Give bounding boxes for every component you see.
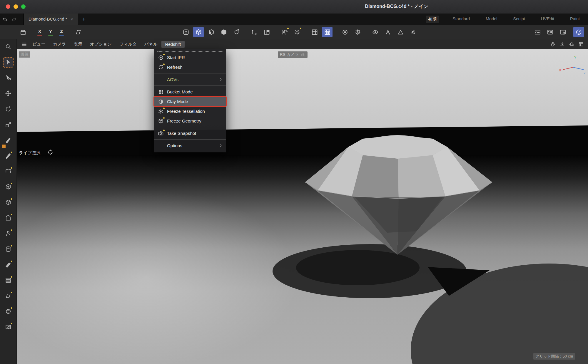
scale-tool-button[interactable] xyxy=(3,120,13,130)
texture-mode-button[interactable] xyxy=(206,27,216,37)
hatch-tool-button[interactable] xyxy=(3,322,13,332)
minimize-window-button[interactable] xyxy=(14,4,18,9)
redshift-menu-item-bucket-mode[interactable]: Bucket Mode xyxy=(154,87,226,97)
axis-lock-y[interactable]: Y xyxy=(46,27,55,37)
menu-tearoff-strip[interactable] xyxy=(157,51,223,52)
split-icon xyxy=(263,29,270,36)
menubar-item-item-4[interactable]: フィルタ xyxy=(116,40,141,48)
redshift-menu-item-options[interactable]: Options xyxy=(154,141,226,150)
content-box-button[interactable] xyxy=(18,27,28,37)
color-swatch[interactable] xyxy=(2,144,6,148)
gearslider-icon xyxy=(294,29,300,36)
simulate-button[interactable] xyxy=(279,27,290,37)
menubar-item-item-1[interactable]: カメラ xyxy=(49,40,70,48)
safe-frame-button[interactable] xyxy=(181,27,191,37)
pen-tool-button[interactable] xyxy=(3,135,13,145)
layout-sculpt[interactable]: Sculpt xyxy=(511,16,527,23)
orbit-camera-button[interactable] xyxy=(568,40,576,48)
redshift-menu-item-aovs[interactable]: AOVs xyxy=(154,75,226,84)
redshift-menu-item-clay-mode[interactable]: Clay Mode xyxy=(154,97,226,106)
layout-uvedit[interactable]: UVEdit xyxy=(539,16,557,23)
menubar-item-item-5[interactable]: パネル xyxy=(141,40,161,48)
render-view-button[interactable] xyxy=(532,27,543,37)
annotation-button[interactable] xyxy=(382,27,393,37)
redshift-menu-item-freeze-tessellation[interactable]: Freeze Tessellation xyxy=(154,106,226,116)
select-tool-button[interactable] xyxy=(3,73,13,83)
model-mode-button[interactable] xyxy=(193,27,204,37)
redshift-menu-item-freeze-geometry[interactable]: Freeze Geometry xyxy=(154,116,226,126)
redo-button[interactable] xyxy=(9,14,19,25)
pan-hand-button[interactable] xyxy=(549,40,557,48)
knife-tool-button[interactable] xyxy=(3,260,13,270)
target-mode-button[interactable] xyxy=(340,27,350,37)
cubearrow-icon xyxy=(233,29,240,36)
undo-button[interactable] xyxy=(0,14,9,25)
tab-close-button[interactable]: × xyxy=(71,17,73,22)
animation-mode-button[interactable] xyxy=(231,27,242,37)
grid-toggle-button[interactable] xyxy=(309,27,320,37)
document-tab[interactable]: Diamond-BCG.c4d * × xyxy=(24,14,78,25)
submenu-dot xyxy=(11,292,12,293)
viewport-menubar: ビューカメラ表示オプションフィルタパネルRedshift xyxy=(17,39,588,49)
render-settings-button[interactable] xyxy=(557,27,568,37)
axis-lock-z[interactable]: Z xyxy=(57,27,66,37)
smiley-account-button[interactable] xyxy=(573,27,584,37)
layout-model[interactable]: Model xyxy=(483,16,500,23)
renderview-icon xyxy=(534,29,541,36)
sketch-tool-button[interactable] xyxy=(3,151,13,161)
workplane-button[interactable] xyxy=(73,27,83,37)
menu-separator xyxy=(154,127,226,127)
arch-tool-button[interactable] xyxy=(3,213,13,223)
redshift-menu-item-take-snapshot[interactable]: Take Snapshot xyxy=(154,128,226,138)
gridsnap-icon xyxy=(324,29,331,36)
rect-select-button[interactable] xyxy=(3,166,13,176)
level-of-detail-button[interactable] xyxy=(395,27,406,37)
tri-icon xyxy=(397,29,404,36)
menu-item-label: Freeze Geometry xyxy=(167,118,201,123)
axis-modify-button[interactable] xyxy=(249,27,259,37)
traffic-lights xyxy=(6,4,26,9)
find-tool-button[interactable] xyxy=(3,42,13,52)
global-settings-button[interactable] xyxy=(352,27,363,37)
arch-icon xyxy=(5,215,11,221)
circlesquare-icon xyxy=(183,29,189,36)
close-window-button[interactable] xyxy=(6,4,10,9)
sphere-primitive-button[interactable] xyxy=(3,306,13,316)
new-tab-button[interactable]: + xyxy=(78,14,89,25)
viewport-menu-button[interactable] xyxy=(20,41,29,48)
viewport-layout-toggle-button[interactable] xyxy=(577,40,585,48)
cylinder-primitive-button[interactable] xyxy=(3,244,13,254)
menubar-item-item-2[interactable]: 表示 xyxy=(70,40,86,48)
axis-gizmo[interactable]: X Y Z xyxy=(558,54,587,77)
viewport-solo-button[interactable] xyxy=(261,27,272,37)
mini-options-button[interactable] xyxy=(408,27,418,37)
move-tool-button[interactable] xyxy=(3,88,13,98)
menubar-item-item-0[interactable]: ビュー xyxy=(29,40,49,48)
plane-primitive-button[interactable] xyxy=(3,291,13,301)
redshift-menu-item-start-ipr[interactable]: Start IPR xyxy=(154,53,226,62)
redshift-menu-item-refresh[interactable]: Refresh xyxy=(154,62,226,72)
rotate-tool-button[interactable] xyxy=(3,104,13,114)
zoom-window-button[interactable] xyxy=(21,4,26,9)
toolbar-group xyxy=(18,27,28,37)
menu-separator xyxy=(154,85,226,86)
menubar-item-item-3[interactable]: オプション xyxy=(86,40,116,48)
layout-standard[interactable]: Standard xyxy=(450,16,472,23)
live-selection-button[interactable] xyxy=(3,57,13,67)
render-picture-viewer-button[interactable] xyxy=(545,27,555,37)
axis-lock-x[interactable]: X xyxy=(35,27,44,37)
object-mode-button[interactable] xyxy=(218,27,229,37)
visibility-button[interactable] xyxy=(370,27,380,37)
volume-builder-button[interactable] xyxy=(3,197,13,207)
snap-toggle-button[interactable] xyxy=(322,27,333,37)
menubar-item-redshift[interactable]: Redshift xyxy=(161,41,185,48)
layout-item-0[interactable]: 初期 xyxy=(426,16,439,23)
figure-tool-button[interactable] xyxy=(3,229,13,239)
sphere-icon xyxy=(5,308,11,315)
dolly-camera-button[interactable] xyxy=(558,40,566,48)
viewport-canvas[interactable]: 透視 RS カメラ ライブ選択 グリッド間隔：50 cm X Y Z Start… xyxy=(17,49,588,364)
cube-primitive-button[interactable] xyxy=(3,182,13,192)
layers-tool-button[interactable] xyxy=(3,275,13,285)
tool-options-button[interactable] xyxy=(292,27,302,37)
layout-paint[interactable]: Paint xyxy=(568,16,582,23)
